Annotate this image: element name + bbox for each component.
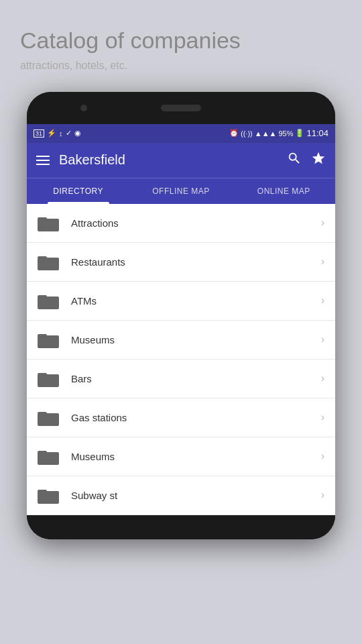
list-item[interactable]: ATMs › — [27, 282, 335, 321]
svg-rect-12 — [38, 452, 59, 465]
folder-icon — [38, 292, 59, 309]
svg-rect-8 — [38, 374, 59, 387]
status-left-icons: 31 ⚡ ↕ ✓ ◉ — [34, 129, 81, 138]
app-bar-title: Bakersfield — [59, 152, 278, 168]
svg-rect-2 — [38, 258, 59, 270]
status-icon-signal-alt: ↕ — [59, 129, 63, 138]
phone-bottom-bar — [27, 515, 335, 539]
folder-icon — [38, 409, 59, 426]
tab-online-map[interactable]: ONLINE MAP — [233, 178, 335, 204]
search-button[interactable] — [287, 151, 302, 170]
svg-rect-7 — [38, 334, 47, 337]
favorites-button[interactable] — [311, 151, 326, 170]
chevron-right-icon: › — [321, 411, 324, 423]
svg-rect-10 — [38, 413, 59, 426]
status-bar: 31 ⚡ ↕ ✓ ◉ ⏰ ((·)) ▲▲▲ 95% 🔋 11:04 — [27, 124, 335, 143]
chevron-right-icon: › — [321, 217, 324, 229]
svg-rect-0 — [38, 219, 59, 231]
battery-icon: 🔋 — [295, 129, 304, 138]
list-item-label: Subway st — [71, 490, 321, 501]
list-item[interactable]: Museums › — [27, 437, 335, 476]
signal-icon: ▲▲▲ — [255, 129, 277, 138]
list-item[interactable]: Museums › — [27, 321, 335, 360]
svg-rect-4 — [38, 297, 59, 309]
list-item[interactable]: Gas stations › — [27, 398, 335, 437]
list-item-label: Museums — [71, 451, 321, 462]
background-title: Catalog of companies — [20, 27, 342, 54]
svg-rect-13 — [38, 451, 47, 453]
list-item-label: Restaurants — [71, 256, 321, 268]
list-item[interactable]: Attractions › — [27, 204, 335, 243]
folder-icon — [38, 486, 59, 504]
svg-rect-11 — [38, 412, 47, 415]
phone-camera — [80, 105, 87, 111]
background-header: Catalog of companies attractions, hotels… — [0, 0, 362, 85]
list-item-label: Bars — [71, 373, 321, 384]
chevron-right-icon: › — [321, 333, 324, 345]
list-item-label: ATMs — [71, 295, 321, 307]
time-display: 11:04 — [306, 128, 328, 138]
phone-device: 31 ⚡ ↕ ✓ ◉ ⏰ ((·)) ▲▲▲ 95% 🔋 11:04 Baker… — [27, 92, 335, 539]
chevron-right-icon: › — [321, 489, 324, 501]
tabs-bar: DIRECTORY OFFLINE MAP ONLINE MAP — [27, 178, 335, 204]
status-right-icons: ⏰ ((·)) ▲▲▲ 95% 🔋 11:04 — [229, 128, 328, 138]
chevron-right-icon: › — [321, 256, 324, 268]
svg-rect-14 — [38, 491, 59, 504]
list-item[interactable]: Bars › — [27, 360, 335, 398]
list-item[interactable]: Restaurants › — [27, 243, 335, 282]
chevron-right-icon: › — [321, 372, 324, 384]
alarm-icon: ⏰ — [229, 129, 239, 138]
chevron-right-icon: › — [321, 450, 324, 462]
svg-rect-3 — [38, 256, 47, 259]
tab-offline-map[interactable]: OFFLINE MAP — [129, 178, 232, 204]
phone-speaker — [161, 105, 201, 111]
list-item-label: Attractions — [71, 217, 321, 229]
status-icon-android: ◉ — [74, 129, 81, 138]
folder-icon — [38, 331, 59, 348]
svg-rect-9 — [38, 373, 47, 376]
svg-rect-5 — [38, 295, 47, 298]
list-item[interactable]: Subway st › — [27, 476, 335, 515]
svg-rect-1 — [38, 217, 47, 220]
folder-icon — [38, 447, 59, 465]
wifi-icon: ((·)) — [241, 129, 253, 138]
content-area: Attractions › Restaurants › ATMs › Museu… — [27, 204, 335, 515]
folder-icon — [38, 370, 59, 387]
chevron-right-icon: › — [321, 294, 324, 307]
svg-rect-15 — [38, 490, 47, 492]
svg-rect-6 — [38, 335, 59, 348]
folder-icon — [38, 214, 59, 231]
status-icon-usb: ⚡ — [47, 129, 56, 138]
status-icon-check: ✓ — [66, 129, 72, 138]
folder-icon — [38, 253, 59, 270]
list-item-label: Museums — [71, 334, 321, 345]
app-bar: Bakersfield — [27, 143, 335, 178]
phone-top-bar — [27, 92, 335, 124]
tab-directory[interactable]: DIRECTORY — [27, 178, 129, 204]
background-subtitle: attractions, hotels, etc. — [20, 60, 342, 72]
status-icon-calendar: 31 — [34, 129, 44, 138]
menu-button[interactable] — [36, 156, 50, 165]
battery-percent: 95% — [278, 129, 293, 138]
list-item-label: Gas stations — [71, 412, 321, 423]
